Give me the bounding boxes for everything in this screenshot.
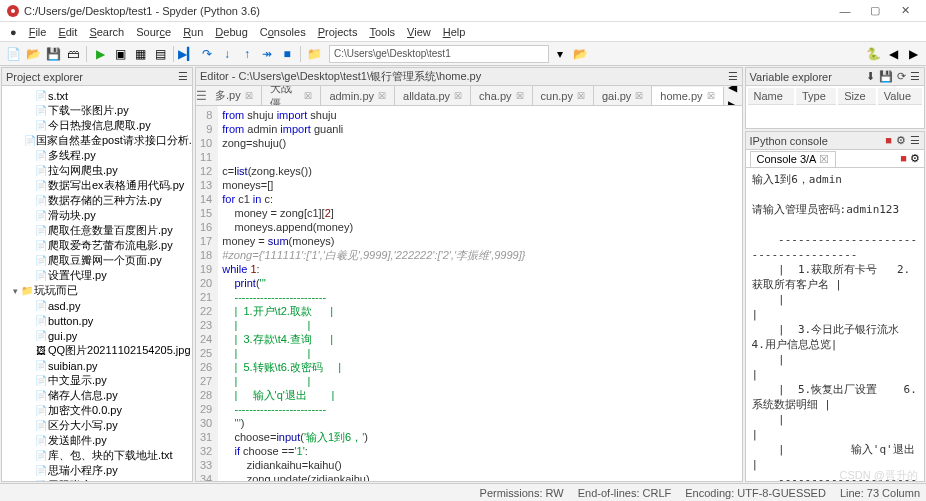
tree-item[interactable]: 📄发送邮件.py (2, 433, 192, 448)
ve-import-icon[interactable]: ⬇ (866, 70, 875, 83)
project-explorer-pane: Project explorer ☰ 📄s.txt📄下载一张图片.py📄今日热搜… (1, 67, 193, 482)
tab-close-icon[interactable]: ☒ (454, 91, 462, 101)
run-icon[interactable]: ▶ (91, 45, 109, 63)
menu-tools[interactable]: Tools (363, 24, 401, 40)
editor-options-icon[interactable]: ☰ (728, 70, 738, 83)
tree-item[interactable]: 📄asd.py (2, 298, 192, 313)
step-in-icon[interactable]: ↓ (218, 45, 236, 63)
step-over-icon[interactable]: ↷ (198, 45, 216, 63)
menu-help[interactable]: Help (437, 24, 472, 40)
menu-search[interactable]: Search (83, 24, 130, 40)
run-cell-advance-icon[interactable]: ▦ (131, 45, 149, 63)
debug-icon[interactable]: ▶▎ (178, 45, 196, 63)
tab-close-icon[interactable]: ☒ (304, 91, 312, 101)
code-content[interactable]: from shuju import shuju from admin impor… (218, 106, 529, 481)
project-tree[interactable]: 📄s.txt📄下载一张图片.py📄今日热搜信息爬取.py📄国家自然基金post请… (2, 86, 192, 481)
editor-tab[interactable]: 植物大战僵尸.py☒ (262, 86, 322, 106)
tree-item[interactable]: 📄gui.py (2, 328, 192, 343)
pe-options-icon[interactable]: ☰ (178, 70, 188, 83)
ipy-menu-icon[interactable]: ☰ (910, 134, 920, 147)
menu-view[interactable]: View (401, 24, 437, 40)
editor-tab[interactable]: cha.py☒ (471, 86, 532, 106)
menu-projects[interactable]: Projects (312, 24, 364, 40)
tab-close-icon[interactable]: ☒ (577, 91, 585, 101)
console-stop-icon[interactable]: ■ (900, 152, 907, 164)
tabs-list-icon[interactable]: ☰ (196, 87, 207, 105)
tab-close-icon[interactable]: ☒ (707, 91, 715, 101)
tree-item[interactable]: 📄button.py (2, 313, 192, 328)
tree-item[interactable]: 📄拉勾网爬虫.py (2, 163, 192, 178)
editor-tab[interactable]: home.py☒ (652, 87, 723, 107)
tree-item[interactable]: 📄数据存储的三种方法.py (2, 193, 192, 208)
run-cell-icon[interactable]: ▣ (111, 45, 129, 63)
tree-item[interactable]: 📄数据写出ex表格通用代码.py (2, 178, 192, 193)
tab-close-icon[interactable]: ☒ (635, 91, 643, 101)
open-file-icon[interactable]: 📂 (24, 45, 42, 63)
tree-item[interactable]: 📄爬取爱奇艺蕾布流电影.py (2, 238, 192, 253)
browse-icon[interactable]: 📂 (571, 45, 589, 63)
tree-item[interactable]: 📄区分大小写.py (2, 418, 192, 433)
tab-close-icon[interactable]: ☒ (378, 91, 386, 101)
menu-debug[interactable]: Debug (209, 24, 253, 40)
tree-item[interactable]: ▾📁玩玩而已 (2, 283, 192, 298)
editor-tab[interactable]: cun.py☒ (533, 86, 594, 106)
editor-tab[interactable]: admin.py☒ (321, 86, 395, 106)
code-editor[interactable]: 8 9 10 11 12 13 14 15 16 17 18 19 20 21 … (196, 106, 742, 481)
editor-tab[interactable]: 多.py☒ (207, 86, 262, 106)
python-path-icon[interactable]: 🐍 (864, 45, 882, 63)
variable-table[interactable]: Name Type Size Value (746, 86, 924, 107)
tree-item[interactable]: 📄滑动块.py (2, 208, 192, 223)
tree-item[interactable]: 📄加密文件0.0.py (2, 403, 192, 418)
menu-source[interactable]: Source (130, 24, 177, 40)
ve-refresh-icon[interactable]: ⟳ (897, 70, 906, 83)
tab-close-icon[interactable]: ☒ (245, 91, 253, 101)
tree-item[interactable]: 📄s.txt (2, 88, 192, 103)
menu-edit[interactable]: Edit (52, 24, 83, 40)
maximize-button[interactable]: ▢ (860, 1, 890, 21)
tree-item[interactable]: 📄储存人信息.py (2, 388, 192, 403)
save-icon[interactable]: 💾 (44, 45, 62, 63)
tab-prev-icon[interactable]: ◀ (724, 86, 742, 96)
tree-item[interactable]: 📄思瑞小程序.py (2, 463, 192, 478)
continue-icon[interactable]: ↠ (258, 45, 276, 63)
tab-close-icon[interactable]: ☒ (516, 91, 524, 101)
editor-tab[interactable]: alldata.py☒ (395, 86, 471, 106)
tree-item[interactable]: 📄今日热搜信息爬取.py (2, 118, 192, 133)
forward-icon[interactable]: ▶ (904, 45, 922, 63)
tree-item[interactable]: 📄库、包、块的下载地址.txt (2, 448, 192, 463)
cwd-path[interactable]: C:\Users\ge\Desktop\test1 (329, 45, 549, 63)
tree-item[interactable]: 📄爬取豆瓣网一个页面.py (2, 253, 192, 268)
step-out-icon[interactable]: ↑ (238, 45, 256, 63)
tree-item[interactable]: 📄中文显示.py (2, 373, 192, 388)
ve-save-icon[interactable]: 💾 (879, 70, 893, 83)
console-settings-icon[interactable]: ⚙ (910, 152, 920, 164)
tree-item[interactable]: 📄多线程.py (2, 148, 192, 163)
run-selection-icon[interactable]: ▤ (151, 45, 169, 63)
back-icon[interactable]: ◀ (884, 45, 902, 63)
cwd-dropdown-icon[interactable]: ▾ (551, 45, 569, 63)
ve-options-icon[interactable]: ☰ (910, 70, 920, 83)
stop-debug-icon[interactable]: ■ (278, 45, 296, 63)
tree-item[interactable]: 📄suibian.py (2, 358, 192, 373)
menu-run[interactable]: Run (177, 24, 209, 40)
console-tab-close-icon[interactable]: ☒ (819, 153, 829, 165)
tree-item[interactable]: 📄爬取任意数量百度图片.py (2, 223, 192, 238)
menu-consoles[interactable]: Consoles (254, 24, 312, 40)
ipy-stop-icon[interactable]: ■ (885, 134, 892, 147)
tree-item[interactable]: 📄下载一张图片.py (2, 103, 192, 118)
tree-item[interactable]: 🖼QQ图片20211102154205.jpg (2, 343, 192, 358)
ipy-options-icon[interactable]: ⚙ (896, 134, 906, 147)
save-all-icon[interactable]: 🗃 (64, 45, 82, 63)
tree-item[interactable]: 📄国家自然基金post请求接口分析.py (2, 133, 192, 148)
console-tab[interactable]: Console 3/A ☒ (750, 151, 836, 167)
tree-item[interactable]: 📄设置代理.py (2, 268, 192, 283)
close-button[interactable]: ✕ (890, 1, 920, 21)
editor-tab[interactable]: gai.py☒ (594, 86, 652, 106)
tab-next-icon[interactable]: ▶ (724, 96, 742, 107)
console-output[interactable]: 输入1到6，admin 请输入管理员密码:admin123 ----------… (746, 168, 924, 481)
cwd-icon[interactable]: 📁 (305, 45, 323, 63)
menu-file[interactable]: File (23, 24, 53, 40)
minimize-button[interactable]: — (830, 1, 860, 21)
new-file-icon[interactable]: 📄 (4, 45, 22, 63)
tree-item[interactable]: 📄无限弹窗.py (2, 478, 192, 481)
